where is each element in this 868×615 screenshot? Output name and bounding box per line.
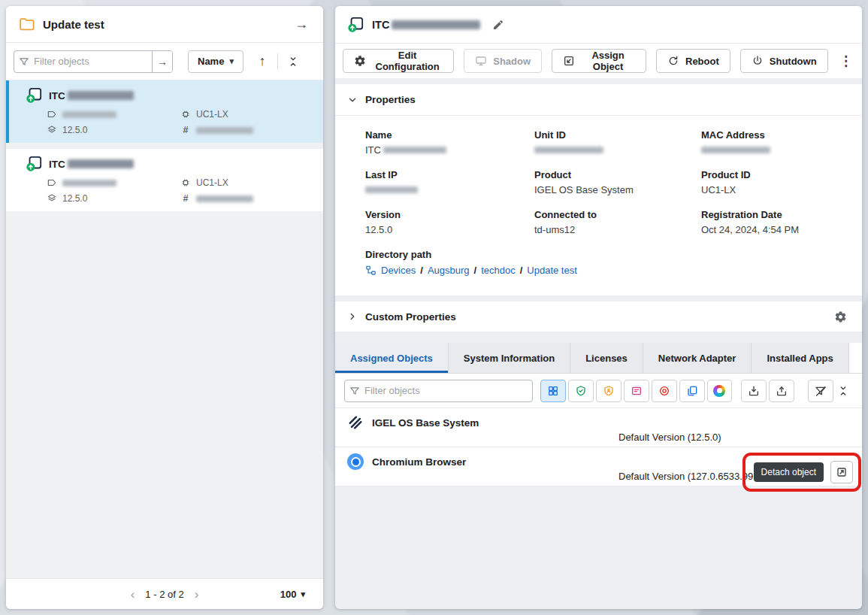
breadcrumb-link[interactable]: Update test: [527, 265, 577, 276]
device-title: ITC: [372, 19, 480, 31]
shield-check-icon: [575, 385, 587, 397]
collapse-all-button[interactable]: [283, 52, 303, 71]
custom-properties-card[interactable]: Custom Properties: [335, 301, 862, 332]
breadcrumb-link[interactable]: techdoc: [481, 265, 516, 276]
tab-installed-apps[interactable]: Installed Apps: [752, 343, 848, 373]
more-vert-icon: ⋮: [839, 53, 853, 69]
rename-button[interactable]: [488, 15, 508, 35]
detail-header: ITC: [335, 6, 862, 44]
redacted-value: [68, 159, 134, 168]
shadow-button[interactable]: Shadow: [464, 49, 542, 73]
profile-card-icon: [631, 385, 643, 397]
device-filter-bar: → Name ▾ ↑: [6, 43, 323, 80]
arrow-right-icon: →: [157, 56, 168, 68]
collapse-all-button[interactable]: [833, 381, 853, 401]
more-actions-button[interactable]: ⋮: [838, 51, 854, 71]
filter-firmware-customizations-button[interactable]: [652, 380, 677, 402]
assign-object-button[interactable]: Assign Object: [552, 49, 646, 73]
pencil-icon: [492, 19, 504, 31]
detach-object-tooltip: Detach object: [754, 462, 824, 482]
export-assignment-button[interactable]: [769, 380, 794, 402]
property-field: Version 12.5.0: [365, 209, 534, 235]
device-icon: [26, 156, 42, 172]
redacted-value: [68, 91, 134, 100]
pagination-bar: ‹ 1 - 2 of 2 › 100 ▾: [6, 578, 323, 609]
detach-object-button[interactable]: [830, 461, 853, 483]
property-field: Registration Date Oct 24, 2024, 4:54 PM: [701, 209, 832, 235]
clear-filter-button[interactable]: [808, 380, 833, 402]
next-page-button[interactable]: ›: [195, 588, 199, 601]
breadcrumb-separator: /: [474, 265, 477, 276]
section-title: Custom Properties: [365, 311, 456, 323]
tab-network-adapter[interactable]: Network Adapter: [643, 343, 752, 373]
device-list: ITC UC1-LX: [6, 80, 323, 578]
redacted-value: [62, 180, 116, 186]
edit-configuration-button[interactable]: Edit Configuration: [343, 49, 454, 73]
tab-system-information[interactable]: System Information: [449, 343, 570, 373]
device-detail-panel: ITC Edit Configuration Shadow Assign: [335, 6, 862, 609]
sort-direction-button[interactable]: ↑: [253, 52, 272, 71]
filter-funnel-icon: [345, 380, 364, 401]
breadcrumb: Devices / Augsburg / techdoc / Update te…: [365, 265, 832, 276]
device-icon: [347, 17, 364, 33]
sort-label: Name: [198, 56, 224, 67]
device-list-item[interactable]: ITC UC1-LX: [6, 149, 323, 211]
import-assignment-button[interactable]: [741, 380, 767, 402]
device-unit-id: [47, 177, 180, 188]
gear-icon: [834, 311, 847, 323]
filter-files-button[interactable]: [679, 380, 705, 402]
device-list-item[interactable]: ITC UC1-LX: [6, 80, 323, 143]
grid-icon: [547, 385, 559, 397]
device-version: 12.5.0: [47, 125, 180, 135]
custom-properties-settings-button[interactable]: [830, 307, 850, 326]
layers-icon: [47, 125, 57, 135]
redacted-value: [534, 147, 603, 153]
filter-template-profiles-button[interactable]: [624, 380, 649, 402]
properties-grid: Name ITC Unit ID MAC Address Last IP Pro…: [335, 116, 862, 295]
chevron-right-icon: [347, 311, 358, 322]
reboot-button[interactable]: Reboot: [656, 49, 730, 73]
filter-profiles-button[interactable]: [568, 380, 594, 402]
filter-funnel-icon: [14, 51, 34, 72]
filter-priority-profiles-button[interactable]: [596, 380, 622, 402]
device-unit-id: [47, 109, 180, 120]
funnel-off-icon: [815, 385, 827, 397]
tabs: Assigned Objects System Information Lice…: [335, 343, 862, 374]
assigned-objects-filter-input[interactable]: [364, 380, 532, 401]
chevron-right-icon: ›: [195, 587, 199, 601]
assigned-object-row[interactable]: IGEL OS Base System Default Version (12.…: [335, 408, 862, 447]
breadcrumb-link[interactable]: Augsburg: [428, 265, 470, 276]
filter-apps-button[interactable]: [707, 380, 733, 402]
expand-panel-button[interactable]: →: [292, 14, 311, 34]
assigned-object-name: IGEL OS Base System: [372, 417, 479, 429]
hash-icon: #: [180, 125, 191, 135]
sort-dropdown[interactable]: Name ▾: [188, 50, 243, 73]
tag-icon: [47, 109, 57, 120]
device-product-id: UC1-LX: [180, 109, 313, 120]
property-field: MAC Address: [701, 129, 832, 156]
unfold-less-icon: [287, 56, 299, 68]
pagination-range: 1 - 2 of 2: [145, 589, 183, 600]
device-icon: [26, 87, 42, 104]
property-field: Connected to td-ums12: [534, 209, 701, 235]
device-product-id: UC1-LX: [180, 177, 313, 188]
arrow-up-icon: ↑: [259, 53, 265, 69]
copy-files-icon: [686, 385, 698, 397]
page-size-dropdown[interactable]: 100 ▾: [280, 589, 305, 600]
filter-submit-button[interactable]: →: [152, 51, 172, 72]
filter-input[interactable]: [34, 51, 152, 72]
filter-all-objects-button[interactable]: [540, 380, 566, 402]
filter-objects-group: →: [14, 50, 173, 73]
properties-card: Properties Name ITC Unit ID MAC Address …: [335, 84, 862, 295]
previous-page-button[interactable]: ‹: [131, 588, 135, 601]
tab-assigned-objects[interactable]: Assigned Objects: [335, 343, 449, 373]
color-wheel-icon: [713, 385, 725, 397]
redacted-value: [62, 111, 116, 118]
assigned-objects-filter-bar: [335, 374, 862, 408]
properties-section-toggle[interactable]: Properties: [335, 84, 862, 116]
tab-licenses[interactable]: Licenses: [570, 343, 643, 373]
breadcrumb-separator: /: [420, 265, 423, 276]
shutdown-button[interactable]: Shutdown: [740, 49, 828, 73]
redacted-value: [383, 147, 446, 153]
breadcrumb-link[interactable]: Devices: [381, 265, 416, 276]
